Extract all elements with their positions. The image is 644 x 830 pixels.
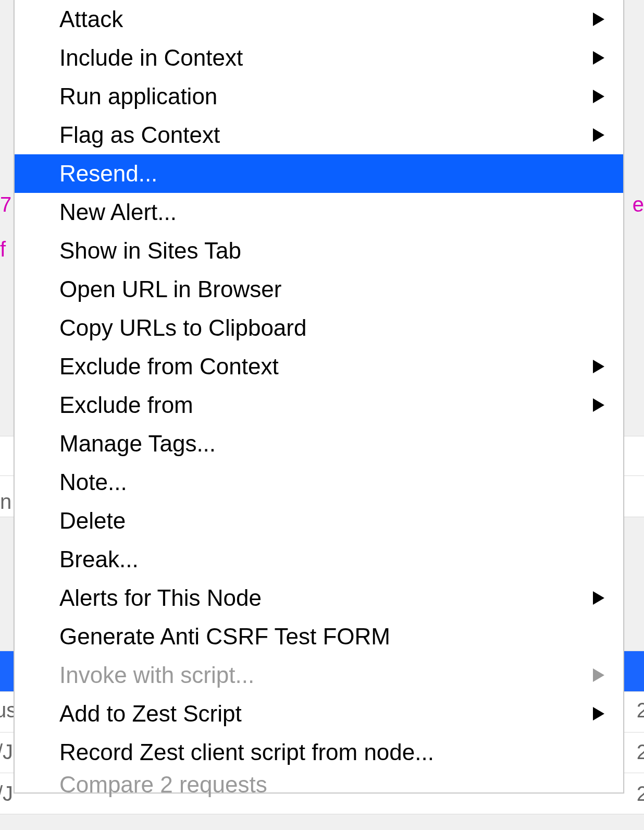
bg-text-fragment: n bbox=[0, 490, 11, 514]
menu-item-label: Open URL in Browser bbox=[59, 276, 281, 302]
menu-item-compare-2-requests: Compare 2 requests bbox=[15, 772, 623, 792]
svg-marker-0 bbox=[593, 13, 604, 26]
svg-marker-6 bbox=[593, 591, 604, 605]
chevron-right-icon bbox=[593, 398, 604, 412]
bg-text-fragment: f bbox=[0, 238, 6, 261]
menu-item-alerts-for-this-node[interactable]: Alerts for This Node bbox=[15, 579, 623, 617]
menu-item-label: Show in Sites Tab bbox=[59, 238, 241, 264]
menu-item-label: Attack bbox=[59, 6, 123, 32]
menu-item-record-zest-client-script[interactable]: Record Zest client script from node... bbox=[15, 733, 623, 772]
chevron-right-icon bbox=[593, 51, 604, 65]
bg-text-fragment: 2 bbox=[637, 740, 644, 764]
chevron-right-icon bbox=[593, 668, 604, 682]
menu-item-label: New Alert... bbox=[59, 199, 177, 225]
menu-item-label: Alerts for This Node bbox=[59, 585, 262, 611]
menu-item-label: Compare 2 requests bbox=[59, 772, 267, 798]
menu-item-add-to-zest-script[interactable]: Add to Zest Script bbox=[15, 694, 623, 733]
svg-marker-2 bbox=[593, 90, 604, 103]
menu-item-new-alert[interactable]: New Alert... bbox=[15, 193, 623, 231]
svg-marker-5 bbox=[593, 398, 604, 412]
menu-item-label: Resend... bbox=[59, 161, 157, 187]
bg-text-fragment: /J bbox=[0, 740, 13, 764]
menu-item-resend[interactable]: Resend... bbox=[15, 154, 623, 193]
menu-item-attack[interactable]: Attack bbox=[15, 0, 623, 39]
context-menu: Attack Include in Context Run applicatio… bbox=[14, 0, 624, 794]
bg-text-fragment: 2 bbox=[637, 699, 644, 722]
menu-item-exclude-from-context[interactable]: Exclude from Context bbox=[15, 347, 623, 386]
menu-item-run-application[interactable]: Run application bbox=[15, 77, 623, 116]
chevron-right-icon bbox=[593, 90, 604, 103]
menu-item-label: Delete bbox=[59, 508, 126, 534]
menu-item-invoke-with-script: Invoke with script... bbox=[15, 656, 623, 694]
menu-item-generate-anti-csrf-test-form[interactable]: Generate Anti CSRF Test FORM bbox=[15, 617, 623, 656]
menu-item-label: Invoke with script... bbox=[59, 662, 254, 688]
chevron-right-icon bbox=[593, 13, 604, 26]
menu-item-label: Generate Anti CSRF Test FORM bbox=[59, 624, 390, 650]
menu-item-label: Add to Zest Script bbox=[59, 701, 242, 727]
svg-marker-4 bbox=[593, 360, 604, 373]
bg-text-fragment: 7 bbox=[0, 193, 11, 216]
svg-marker-1 bbox=[593, 51, 604, 65]
menu-item-break[interactable]: Break... bbox=[15, 540, 623, 579]
menu-item-note[interactable]: Note... bbox=[15, 463, 623, 502]
chevron-right-icon bbox=[593, 360, 604, 373]
menu-item-label: Include in Context bbox=[59, 45, 243, 71]
menu-item-label: Run application bbox=[59, 83, 217, 109]
menu-item-show-in-sites-tab[interactable]: Show in Sites Tab bbox=[15, 231, 623, 270]
svg-marker-8 bbox=[593, 707, 604, 721]
menu-item-manage-tags[interactable]: Manage Tags... bbox=[15, 424, 623, 463]
menu-item-delete[interactable]: Delete bbox=[15, 502, 623, 540]
menu-item-label: Manage Tags... bbox=[59, 431, 216, 457]
chevron-right-icon bbox=[593, 707, 604, 721]
bg-text-fragment: 2 bbox=[637, 782, 644, 805]
menu-item-label: Note... bbox=[59, 469, 127, 495]
menu-item-copy-urls-to-clipboard[interactable]: Copy URLs to Clipboard bbox=[15, 309, 623, 347]
bg-text-fragment: /J bbox=[0, 782, 13, 805]
menu-item-include-in-context[interactable]: Include in Context bbox=[15, 39, 623, 77]
bg-text-fragment: e bbox=[633, 193, 644, 216]
menu-item-label: Flag as Context bbox=[59, 122, 220, 148]
menu-item-flag-as-context[interactable]: Flag as Context bbox=[15, 116, 623, 154]
menu-item-label: Exclude from Context bbox=[59, 353, 279, 380]
chevron-right-icon bbox=[593, 591, 604, 605]
menu-item-label: Copy URLs to Clipboard bbox=[59, 315, 306, 341]
menu-item-label: Exclude from bbox=[59, 392, 193, 418]
svg-marker-7 bbox=[593, 668, 604, 682]
chevron-right-icon bbox=[593, 128, 604, 142]
svg-marker-3 bbox=[593, 128, 604, 142]
menu-item-exclude-from[interactable]: Exclude from bbox=[15, 386, 623, 424]
menu-item-label: Break... bbox=[59, 546, 139, 572]
menu-item-open-url-in-browser[interactable]: Open URL in Browser bbox=[15, 270, 623, 309]
menu-item-label: Record Zest client script from node... bbox=[59, 739, 434, 765]
